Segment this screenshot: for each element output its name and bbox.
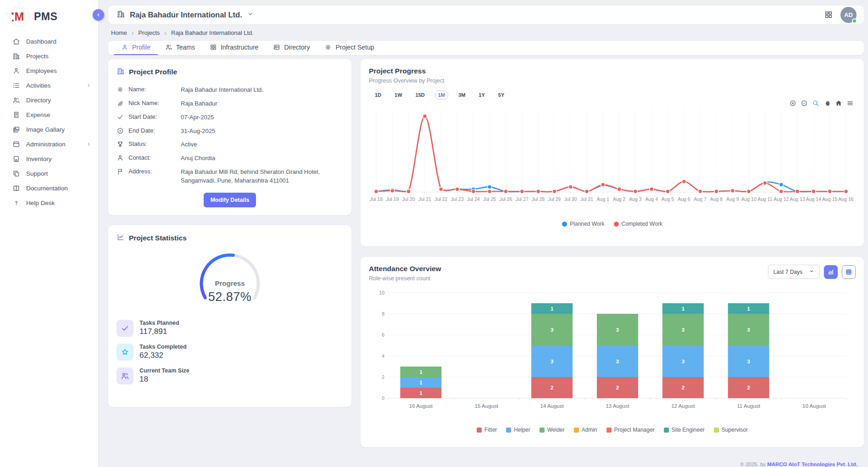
svg-text:Jul 31: Jul 31 — [580, 196, 593, 202]
legend-marker — [562, 222, 567, 227]
legend-project-manager[interactable]: Project Manager — [606, 427, 655, 433]
tab-directory[interactable]: Directory — [266, 41, 317, 55]
legend-label: Site Engineer — [672, 427, 705, 433]
chevron-right-icon — [86, 83, 92, 89]
sidebar-item-expense[interactable]: Expense — [0, 107, 98, 122]
breadcrumb-projects[interactable]: Projects — [138, 29, 160, 36]
svg-text:3: 3 — [682, 359, 684, 364]
toolbar-chart-menu-button[interactable] — [846, 100, 854, 107]
footer-company-link[interactable]: MARCO AIoT Technologies Pvt. Ltd. — [767, 461, 857, 467]
sidebar-item-image-gallary[interactable]: Image Gallary — [0, 122, 98, 137]
toolbar-reset-zoom-button[interactable] — [835, 100, 842, 107]
line-chart-legend: Planned WorkCompleted Work — [369, 221, 856, 227]
legend-supervisor[interactable]: Supervisor — [714, 427, 748, 433]
sidebar-item-employees[interactable]: Employees — [0, 63, 98, 78]
sidebar-item-dashboard[interactable]: Dashboard — [0, 34, 98, 49]
home-solid-icon — [835, 100, 842, 107]
plus-circle-icon — [789, 100, 796, 107]
svg-text:Jul 21: Jul 21 — [418, 196, 431, 202]
toolbar-zoom-out-button[interactable] — [801, 100, 808, 107]
sidebar-item-label: Inventory — [26, 156, 92, 162]
table-icon — [845, 268, 852, 276]
range-button-1m[interactable]: 1M — [435, 90, 448, 100]
gear-icon — [117, 86, 124, 93]
range-button-5y[interactable]: 5Y — [495, 90, 507, 100]
breadcrumb: Home›Projects›Raja Bahadur International… — [108, 24, 864, 41]
time-range-selector: 1D1W15D1M3M1Y5Y — [369, 90, 856, 100]
bar-view-toggle-button[interactable] — [824, 265, 838, 279]
attendance-range-select[interactable]: Last 7 Days — [768, 265, 820, 279]
svg-text:3: 3 — [747, 327, 750, 333]
field-label: Address: — [128, 167, 176, 175]
tab-bar: ProfileTeamsInfrastructureDirectoryProje… — [108, 41, 864, 55]
range-button-3m[interactable]: 3M — [455, 90, 468, 100]
company-selector[interactable]: Raja Bahadur International Ltd. — [117, 10, 254, 20]
stat-label: Tasks Planned — [139, 320, 179, 326]
squares-icon — [12, 170, 20, 178]
building-icon — [117, 67, 125, 75]
svg-text:Aug 4: Aug 4 — [645, 196, 658, 202]
sidebar-collapse-button[interactable] — [93, 9, 104, 21]
sidebar-item-support[interactable]: Support — [0, 166, 98, 181]
svg-text:1: 1 — [682, 306, 685, 311]
legend-welder[interactable]: Welder — [540, 427, 565, 433]
tab-profile[interactable]: Profile — [114, 41, 158, 55]
modify-details-button[interactable]: Modify Details — [204, 193, 256, 207]
svg-text:3: 3 — [616, 327, 619, 333]
adminbox-icon — [12, 140, 20, 148]
sidebar-item-label: Help Desk — [26, 200, 92, 206]
sidebar-item-documentation[interactable]: Documentation — [0, 181, 98, 195]
toolbar-selection-zoom-button[interactable] — [812, 100, 819, 107]
app-logo[interactable]: M PMS — [0, 0, 98, 34]
grid-icon — [210, 44, 217, 51]
svg-text:3: 3 — [551, 327, 553, 333]
field-value: 07-Apr-2025 — [181, 113, 343, 122]
sidebar-item-activities[interactable]: Activities — [0, 78, 98, 93]
field-value: Raja Bahadur International Ltd. — [181, 85, 343, 95]
svg-text:Aug 16: Aug 16 — [838, 196, 853, 202]
range-button-1y[interactable]: 1Y — [475, 90, 488, 100]
image-icon — [12, 126, 20, 133]
svg-text:11 August: 11 August — [737, 403, 761, 409]
legend-helper[interactable]: Helper — [506, 427, 530, 433]
stat-tile — [117, 344, 134, 361]
sidebar-item-inventory[interactable]: Inventory — [0, 151, 98, 166]
sidebar-item-help-desk[interactable]: Help Desk — [0, 195, 98, 210]
legend-planned-work[interactable]: Planned Work — [562, 221, 604, 227]
apps-grid-button[interactable] — [824, 10, 833, 19]
svg-text:Jul 20: Jul 20 — [402, 196, 415, 202]
sidebar-item-projects[interactable]: Projects — [0, 49, 98, 63]
toolbar-pan-button[interactable] — [823, 100, 831, 107]
range-button-1w[interactable]: 1W — [391, 90, 406, 100]
contact-icon — [273, 44, 280, 51]
legend-completed-work[interactable]: Completed Work — [614, 221, 662, 227]
tab-infrastructure[interactable]: Infrastructure — [202, 41, 266, 55]
range-button-1d[interactable]: 1D — [372, 90, 384, 100]
field-value: Raja Bahadur — [181, 99, 343, 108]
tab-teams[interactable]: Teams — [158, 41, 202, 55]
field-value: Anuj Chordia — [181, 154, 343, 163]
svg-text:Aug 3: Aug 3 — [629, 196, 642, 202]
signal-icon — [117, 100, 124, 107]
stat-tile — [117, 367, 134, 384]
legend-marker — [506, 428, 511, 433]
sidebar-item-label: Administration — [26, 141, 80, 148]
statistics-card-title: Project Statistics — [129, 234, 187, 242]
svg-text:2: 2 — [616, 385, 619, 390]
breadcrumb-home[interactable]: Home — [111, 29, 127, 36]
sidebar-item-label: Activities — [26, 82, 80, 89]
table-view-toggle-button[interactable] — [842, 265, 856, 279]
menu-icon — [846, 100, 854, 107]
sidebar-item-administration[interactable]: Administration — [0, 137, 98, 151]
sidebar-item-directory[interactable]: Directory — [0, 93, 98, 107]
legend-site-engineer[interactable]: Site Engineer — [664, 427, 705, 433]
legend-fitter[interactable]: Fitter — [477, 427, 497, 433]
legend-admin[interactable]: Admin — [574, 427, 597, 433]
svg-text:Aug 8: Aug 8 — [710, 196, 723, 202]
tab-project-setup[interactable]: Project Setup — [317, 41, 381, 55]
range-button-15d[interactable]: 15D — [412, 90, 428, 100]
check-icon — [117, 113, 124, 121]
avatar[interactable]: AD — [840, 7, 857, 23]
svg-text:14 August: 14 August — [540, 403, 564, 409]
toolbar-zoom-in-button[interactable] — [789, 100, 796, 107]
